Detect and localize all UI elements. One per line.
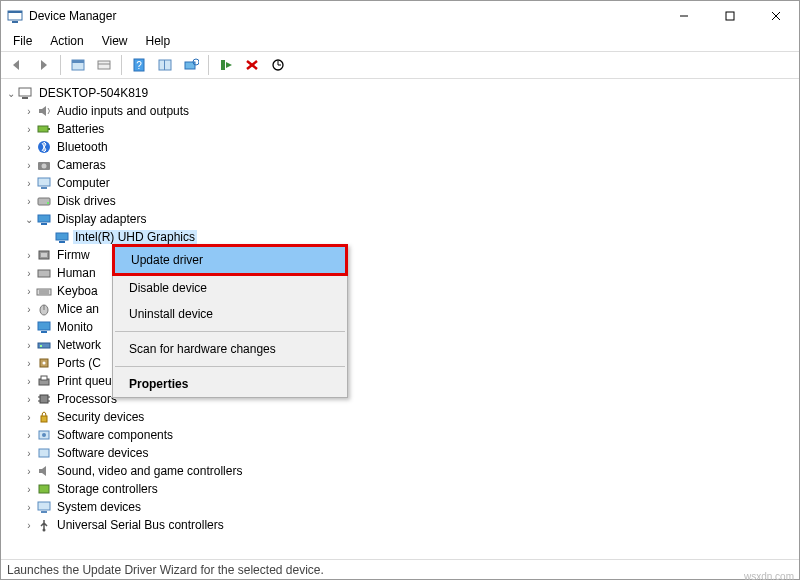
expand-icon[interactable]: › bbox=[23, 466, 35, 477]
svg-rect-23 bbox=[38, 126, 48, 132]
tree-item-bluetooth[interactable]: › Bluetooth bbox=[1, 138, 799, 156]
toolbar-separator bbox=[208, 55, 209, 75]
svg-point-64 bbox=[43, 529, 46, 532]
tree-item-software-components[interactable]: › Software components bbox=[1, 426, 799, 444]
expand-icon[interactable]: › bbox=[23, 358, 35, 369]
expand-icon[interactable]: › bbox=[23, 142, 35, 153]
tree-item-batteries[interactable]: › Batteries bbox=[1, 120, 799, 138]
toolbar-icon-2[interactable] bbox=[92, 54, 116, 76]
tree-label: Keyboa bbox=[55, 284, 100, 298]
expand-icon[interactable]: › bbox=[23, 178, 35, 189]
tree-item-usb[interactable]: › Universal Serial Bus controllers bbox=[1, 516, 799, 534]
statusbar: Launches the Update Driver Wizard for th… bbox=[1, 559, 799, 579]
menu-view[interactable]: View bbox=[94, 32, 136, 50]
svg-rect-52 bbox=[40, 395, 48, 403]
close-button[interactable] bbox=[753, 1, 799, 31]
tree-label: Cameras bbox=[55, 158, 108, 172]
expand-icon[interactable]: › bbox=[23, 376, 35, 387]
collapse-icon[interactable]: ⌄ bbox=[5, 88, 17, 99]
expand-icon[interactable]: › bbox=[23, 502, 35, 513]
expand-icon[interactable]: › bbox=[23, 484, 35, 495]
svg-rect-60 bbox=[39, 449, 49, 457]
usb-icon bbox=[35, 517, 53, 533]
tree-label: System devices bbox=[55, 500, 143, 514]
menu-help[interactable]: Help bbox=[138, 32, 179, 50]
tree-label: Universal Serial Bus controllers bbox=[55, 518, 226, 532]
expand-icon[interactable]: › bbox=[23, 340, 35, 351]
sound-icon bbox=[35, 463, 53, 479]
forward-button[interactable] bbox=[31, 54, 55, 76]
ctx-properties[interactable]: Properties bbox=[113, 371, 347, 397]
software-devices-icon bbox=[35, 445, 53, 461]
expand-icon[interactable]: › bbox=[23, 520, 35, 531]
tree-label: Software components bbox=[55, 428, 175, 442]
maximize-button[interactable] bbox=[707, 1, 753, 31]
svg-rect-38 bbox=[38, 270, 50, 277]
svg-point-31 bbox=[47, 202, 49, 204]
help-button[interactable]: ? bbox=[127, 54, 151, 76]
tree-item-system[interactable]: › System devices bbox=[1, 498, 799, 516]
monitor-icon bbox=[35, 319, 53, 335]
toolbar-icon-4[interactable] bbox=[153, 54, 177, 76]
tree-item-security[interactable]: › Security devices bbox=[1, 408, 799, 426]
update-driver-button[interactable] bbox=[266, 54, 290, 76]
expand-icon[interactable]: › bbox=[23, 304, 35, 315]
tree-item-sound[interactable]: › Sound, video and game controllers bbox=[1, 462, 799, 480]
scan-hardware-button[interactable] bbox=[179, 54, 203, 76]
computer-icon bbox=[17, 85, 35, 101]
tree-label: Mice an bbox=[55, 302, 101, 316]
tree-item-computer[interactable]: › Computer bbox=[1, 174, 799, 192]
expand-icon[interactable]: › bbox=[23, 286, 35, 297]
minimize-button[interactable] bbox=[661, 1, 707, 31]
app-icon bbox=[7, 8, 23, 24]
svg-text:?: ? bbox=[136, 60, 142, 71]
ctx-scan-hardware[interactable]: Scan for hardware changes bbox=[113, 336, 347, 362]
expand-icon[interactable]: › bbox=[23, 412, 35, 423]
enable-device-button[interactable] bbox=[214, 54, 238, 76]
tree-label: Storage controllers bbox=[55, 482, 160, 496]
tree-item-storage[interactable]: › Storage controllers bbox=[1, 480, 799, 498]
highlight-annotation: Update driver bbox=[112, 244, 348, 276]
ctx-update-driver[interactable]: Update driver bbox=[115, 247, 345, 273]
toolbar-separator bbox=[60, 55, 61, 75]
svg-rect-57 bbox=[41, 416, 47, 422]
tree-item-audio[interactable]: › Audio inputs and outputs bbox=[1, 102, 799, 120]
tree-item-cameras[interactable]: › Cameras bbox=[1, 156, 799, 174]
back-button[interactable] bbox=[5, 54, 29, 76]
expand-icon[interactable]: › bbox=[23, 448, 35, 459]
battery-icon bbox=[35, 121, 53, 137]
tree-label: Batteries bbox=[55, 122, 106, 136]
expand-icon[interactable]: › bbox=[23, 268, 35, 279]
expand-icon[interactable]: › bbox=[23, 196, 35, 207]
menu-action[interactable]: Action bbox=[42, 32, 91, 50]
expand-icon[interactable]: › bbox=[23, 106, 35, 117]
show-hidden-button[interactable] bbox=[66, 54, 90, 76]
ctx-disable-device[interactable]: Disable device bbox=[113, 275, 347, 301]
expand-icon[interactable]: › bbox=[23, 322, 35, 333]
software-icon bbox=[35, 427, 53, 443]
tree-root[interactable]: ⌄ DESKTOP-504K819 bbox=[1, 84, 799, 102]
tree-label: Bluetooth bbox=[55, 140, 110, 154]
expand-icon[interactable]: › bbox=[23, 394, 35, 405]
tree-label: Human bbox=[55, 266, 98, 280]
computer-icon bbox=[35, 175, 53, 191]
tree-item-software-devices[interactable]: › Software devices bbox=[1, 444, 799, 462]
expand-icon[interactable]: › bbox=[23, 124, 35, 135]
expand-icon[interactable]: › bbox=[23, 160, 35, 171]
expand-icon[interactable]: › bbox=[23, 250, 35, 261]
tree-item-disk-drives[interactable]: › Disk drives bbox=[1, 192, 799, 210]
svg-rect-22 bbox=[22, 97, 28, 99]
tree-item-display-adapters[interactable]: ⌄ Display adapters bbox=[1, 210, 799, 228]
menu-file[interactable]: File bbox=[5, 32, 40, 50]
display-adapter-icon bbox=[53, 229, 71, 245]
svg-rect-34 bbox=[56, 233, 68, 240]
expand-icon[interactable]: › bbox=[23, 430, 35, 441]
svg-rect-29 bbox=[41, 187, 47, 189]
tree-label: Display adapters bbox=[55, 212, 148, 226]
svg-rect-24 bbox=[48, 128, 50, 130]
collapse-icon[interactable]: ⌄ bbox=[23, 214, 35, 225]
ctx-uninstall-device[interactable]: Uninstall device bbox=[113, 301, 347, 327]
bluetooth-icon bbox=[35, 139, 53, 155]
titlebar: Device Manager bbox=[1, 1, 799, 31]
uninstall-device-button[interactable] bbox=[240, 54, 264, 76]
